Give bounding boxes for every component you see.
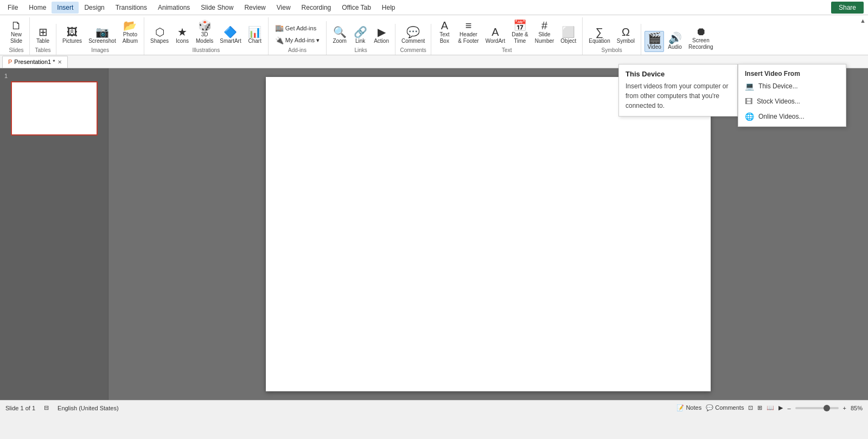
date-time-label: Date &Time xyxy=(512,31,528,44)
ribbon-btn-zoom[interactable]: 🔍Zoom xyxy=(330,25,349,46)
audio-icon: 🔊 xyxy=(668,33,682,43)
video-dropdown-item-online-videos[interactable]: 🌐Online Videos... xyxy=(738,109,846,124)
ribbon-btn-photo-album[interactable]: 📂PhotoAlbum xyxy=(120,18,141,46)
chart-icon: 📊 xyxy=(248,27,261,37)
slide-canvas[interactable] xyxy=(266,77,711,391)
online-videos-dropdown-icon: 🌐 xyxy=(745,112,754,121)
ribbon-btn-video[interactable]: 🎬Video xyxy=(644,31,664,52)
zoom-in-icon[interactable]: + xyxy=(843,405,846,411)
date-time-icon: 📅 xyxy=(513,20,527,31)
text-box-icon: A xyxy=(441,20,448,31)
ribbon-btn-smartart[interactable]: 🔷SmartArt xyxy=(217,25,244,46)
stock-videos-dropdown-icon: 🎞 xyxy=(745,97,752,106)
ribbon-btn-text-box[interactable]: ATextBox xyxy=(435,18,454,46)
ribbon-btn-table[interactable]: ⊞Table xyxy=(33,25,53,46)
ribbon-group-symbols: ∑EquationΩSymbolSymbols xyxy=(583,24,641,55)
screenshot-icon: 📷 xyxy=(95,27,109,37)
ribbon-btn-new-slide[interactable]: 🗋NewSlide xyxy=(7,18,26,46)
link-label: Link xyxy=(355,38,365,44)
info-tooltip-title: This Device xyxy=(626,70,731,78)
menu-item-help[interactable]: Help xyxy=(376,2,401,14)
tab-label: Presentation1 * xyxy=(14,59,55,65)
new-slide-icon: 🗋 xyxy=(11,20,22,31)
ribbon-btn-audio[interactable]: 🔊Audio xyxy=(665,31,685,52)
text-box-label: TextBox xyxy=(439,31,449,44)
view-presenter-icon[interactable]: ▶ xyxy=(778,404,783,411)
slide-number-icon: # xyxy=(541,20,547,31)
ribbon-btn-date-time[interactable]: 📅Date &Time xyxy=(509,18,531,46)
presentation-tab[interactable]: P Presentation1 * ✕ xyxy=(2,56,68,68)
menu-item-view[interactable]: View xyxy=(271,2,296,14)
menu-item-file[interactable]: File xyxy=(2,2,23,14)
comments-button[interactable]: 💬 Comments xyxy=(706,404,744,411)
menu-item-insert[interactable]: Insert xyxy=(52,2,79,14)
ribbon-btn-wordart[interactable]: AWordArt xyxy=(483,25,508,46)
slide-thumbnail[interactable] xyxy=(11,81,98,135)
ribbon-group-tables: ⊞TableTables xyxy=(30,24,56,55)
menu-item-slide-show[interactable]: Slide Show xyxy=(195,2,239,14)
video-icon: 🎬 xyxy=(648,33,661,43)
menu-item-animations[interactable]: Animations xyxy=(152,2,195,14)
action-icon: ▶ xyxy=(378,27,386,37)
ribbon-group-label-Slides: Slides xyxy=(9,47,23,55)
menu-item-transitions[interactable]: Transitions xyxy=(110,2,152,14)
ribbon-btn-header-footer[interactable]: ≡Header& Footer xyxy=(455,18,481,46)
zoom-slider[interactable] xyxy=(795,407,839,409)
tab-close-button[interactable]: ✕ xyxy=(58,59,62,65)
screen-recording-icon: ⏺ xyxy=(695,26,706,37)
zoom-thumb[interactable] xyxy=(824,405,830,411)
photo-album-icon: 📂 xyxy=(123,20,137,31)
share-button[interactable]: Share xyxy=(831,2,864,14)
symbol-label: Symbol xyxy=(617,38,635,44)
ribbon-btn-screenshot[interactable]: 📷Screenshot xyxy=(86,25,119,46)
ribbon-btn-screen-recording[interactable]: ⏺ScreenRecording xyxy=(686,24,716,52)
view-slide-sorter-icon[interactable]: ⊞ xyxy=(757,404,762,411)
ribbon-btn-slide-number[interactable]: #SlideNumber xyxy=(532,18,557,46)
ribbon-btn-link[interactable]: 🔗Link xyxy=(350,25,370,46)
zoom-out-icon[interactable]: – xyxy=(787,405,790,411)
menu-item-home[interactable]: Home xyxy=(23,2,52,14)
video-dropdown-items: 💻This Device...🎞Stock Videos...🌐Online V… xyxy=(738,79,846,124)
ribbon-collapse-button[interactable]: ▲ xyxy=(860,17,866,24)
smartart-label: SmartArt xyxy=(220,38,241,44)
ribbon-btn-my-addins[interactable]: 🔌My Add-ins ▾ xyxy=(272,35,323,46)
audio-label: Audio xyxy=(668,44,682,50)
view-reading-icon[interactable]: 📖 xyxy=(767,404,774,411)
equation-icon: ∑ xyxy=(596,27,603,37)
menu-item-review[interactable]: Review xyxy=(239,2,271,14)
notes-button[interactable]: 📝 Notes xyxy=(676,404,701,411)
ribbon-btn-pictures[interactable]: 🖼Pictures xyxy=(60,25,85,46)
menu-item-design[interactable]: Design xyxy=(79,2,110,14)
ribbon-btn-comment[interactable]: 💬Comment xyxy=(399,25,427,46)
ribbon-group-slides: 🗋NewSlideSlides xyxy=(3,17,30,55)
menu-item-office-tab[interactable]: Office Tab xyxy=(336,2,376,14)
pictures-label: Pictures xyxy=(62,38,82,44)
video-dropdown-item-this-device[interactable]: 💻This Device... xyxy=(738,79,846,94)
action-label: Action xyxy=(374,38,389,44)
object-icon: ⬜ xyxy=(561,27,575,37)
ribbon-btn-symbol[interactable]: ΩSymbol xyxy=(614,25,637,46)
video-label: Video xyxy=(647,44,661,50)
view-normal-icon[interactable]: ⊡ xyxy=(748,404,753,411)
ribbon-btn-chart[interactable]: 📊Chart xyxy=(245,25,265,46)
ribbon-group-illustrations: ⬡Shapes★Icons🎲3DModels🔷SmartArt📊ChartIll… xyxy=(144,17,269,55)
ribbon-btn-get-addins[interactable]: 🏬Get Add-ins xyxy=(272,22,323,34)
ribbon-btn-equation[interactable]: ∑Equation xyxy=(586,25,612,46)
ribbon-btn-shapes[interactable]: ⬡Shapes xyxy=(148,25,171,46)
ribbon-btn-3d-models[interactable]: 🎲3DModels xyxy=(193,18,216,46)
zoom-level[interactable]: 85% xyxy=(851,405,863,411)
header-footer-icon: ≡ xyxy=(465,20,472,31)
ribbon-btn-object[interactable]: ⬜Object xyxy=(558,25,579,46)
3d-models-icon: 🎲 xyxy=(198,20,212,31)
chart-label: Chart xyxy=(248,38,261,44)
ribbon-group-comments: 💬CommentComments xyxy=(395,24,431,55)
get-addins-label: Get Add-ins xyxy=(285,25,316,31)
my-addins-label: My Add-ins ▾ xyxy=(285,37,320,44)
video-dropdown-item-stock-videos[interactable]: 🎞Stock Videos... xyxy=(738,94,846,109)
language-label: English (United States) xyxy=(58,405,119,411)
comment-label: Comment xyxy=(401,38,425,44)
section-icon: ⊟ xyxy=(44,404,49,411)
ribbon-btn-icons[interactable]: ★Icons xyxy=(173,25,192,46)
ribbon-btn-action[interactable]: ▶Action xyxy=(371,25,392,46)
menu-item-recording[interactable]: Recording xyxy=(296,2,337,14)
